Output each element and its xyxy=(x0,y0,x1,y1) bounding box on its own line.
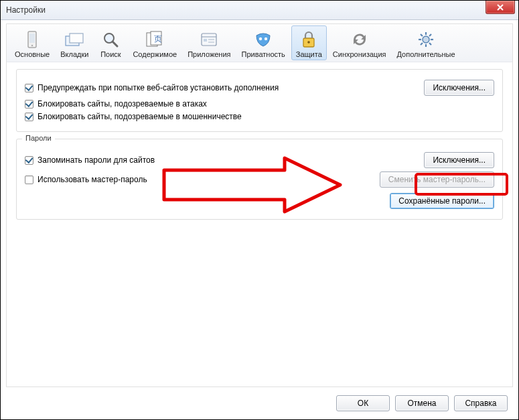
master-password-checkbox[interactable] xyxy=(25,176,33,184)
phone-icon xyxy=(21,29,43,50)
security-panel: Предупреждать при попытке веб-сайтов уст… xyxy=(7,62,512,233)
exceptions-addons-button[interactable]: Исключения... xyxy=(424,80,494,96)
cancel-button[interactable]: Отмена xyxy=(395,395,449,411)
tab-privacy[interactable]: Приватность xyxy=(237,25,290,60)
dialog-buttons: ОК Отмена Справка xyxy=(1,387,518,419)
apps-icon xyxy=(198,29,220,50)
svg-rect-13 xyxy=(208,39,214,40)
tab-apps[interactable]: Приложения xyxy=(183,25,235,60)
tab-label: Приложения xyxy=(188,50,230,58)
tab-sync[interactable]: Синхронизация xyxy=(328,25,391,60)
tab-label: Приватность xyxy=(242,50,285,58)
content-frame: Основные Вкладки Поиск 页 Содержимое xyxy=(6,23,513,387)
tabs-icon xyxy=(64,29,85,50)
svg-line-25 xyxy=(429,43,431,45)
block-fraud-checkbox[interactable] xyxy=(25,113,33,121)
tab-label: Основные xyxy=(15,50,50,58)
lock-icon xyxy=(298,29,319,50)
remember-passwords-label: Запоминать пароли для сайтов xyxy=(38,155,155,165)
warn-addons-label: Предупреждать при попытке веб-сайтов уст… xyxy=(38,83,279,92)
svg-rect-14 xyxy=(208,42,214,43)
passwords-group-title: Пароли xyxy=(22,134,55,142)
master-password-label: Использовать мастер-пароль xyxy=(38,175,147,184)
tab-content[interactable]: 页 Содержимое xyxy=(128,25,181,60)
tab-search[interactable]: Поиск xyxy=(94,25,127,60)
tab-label: Содержимое xyxy=(133,50,177,58)
search-icon xyxy=(100,29,121,50)
tab-label: Защита xyxy=(296,50,322,58)
settings-toolbar: Основные Вкладки Поиск 页 Содержимое xyxy=(7,24,512,62)
mask-icon xyxy=(252,29,274,50)
change-master-button: Сменить мастер-пароль... xyxy=(380,171,494,188)
tab-tabs[interactable]: Вкладки xyxy=(56,25,93,60)
svg-line-6 xyxy=(113,42,117,46)
svg-line-26 xyxy=(429,34,431,36)
svg-point-19 xyxy=(423,36,429,43)
titlebar: Настройки xyxy=(1,1,518,20)
close-icon xyxy=(497,4,504,11)
remember-passwords-checkbox[interactable] xyxy=(25,156,33,165)
passwords-group: Пароли Запоминать пароли для сайтов Искл… xyxy=(16,139,503,220)
gear-icon xyxy=(415,29,437,50)
svg-line-27 xyxy=(421,43,423,45)
sync-icon xyxy=(349,29,370,50)
warn-addons-checkbox[interactable] xyxy=(25,84,33,92)
tab-advanced[interactable]: Дополнительные xyxy=(392,25,459,60)
tab-label: Вкладки xyxy=(60,50,88,58)
content-icon: 页 xyxy=(144,29,165,50)
tab-label: Дополнительные xyxy=(396,50,455,58)
svg-point-18 xyxy=(307,41,310,44)
tab-label: Поиск xyxy=(100,50,121,58)
tab-main[interactable]: Основные xyxy=(10,25,54,60)
block-fraud-label: Блокировать сайты, подозреваемые в мошен… xyxy=(38,112,242,121)
svg-line-24 xyxy=(421,34,423,36)
svg-rect-12 xyxy=(204,39,207,42)
svg-point-15 xyxy=(259,37,262,40)
block-attacks-checkbox[interactable] xyxy=(25,100,33,109)
tab-label: Синхронизация xyxy=(333,50,386,58)
svg-point-2 xyxy=(31,44,33,46)
exceptions-passwords-button[interactable]: Исключения... xyxy=(424,152,494,168)
ok-button[interactable]: ОК xyxy=(336,395,390,411)
svg-point-16 xyxy=(265,37,267,40)
settings-window: Настройки Основные Вкладки xyxy=(0,0,519,420)
addons-group: Предупреждать при попытке веб-сайтов уст… xyxy=(16,69,503,132)
svg-rect-1 xyxy=(29,33,35,43)
svg-text:页: 页 xyxy=(154,34,162,44)
block-attacks-label: Блокировать сайты, подозреваемые в атака… xyxy=(38,99,207,109)
tab-security[interactable]: Защита xyxy=(291,25,327,60)
close-button[interactable] xyxy=(486,1,515,14)
saved-passwords-button[interactable]: Сохранённые пароли... xyxy=(390,193,494,209)
help-button[interactable]: Справка xyxy=(454,395,508,411)
svg-rect-4 xyxy=(70,33,83,43)
window-title: Настройки xyxy=(6,5,46,15)
